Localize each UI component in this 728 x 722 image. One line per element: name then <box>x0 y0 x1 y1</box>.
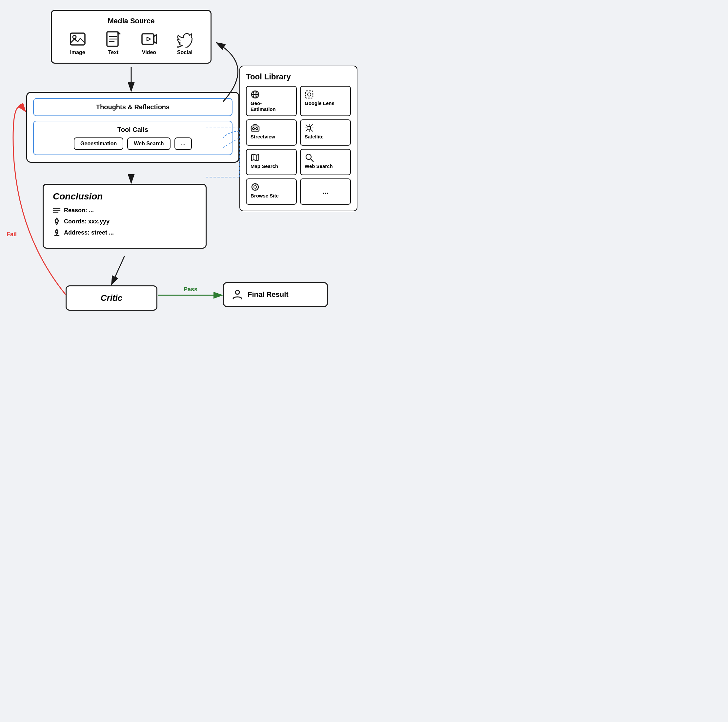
media-source-box: Media Source Image <box>51 10 211 64</box>
lines-icon <box>53 206 61 214</box>
social-label: Social <box>177 49 193 55</box>
mapsearch-icon <box>251 153 260 162</box>
svg-rect-0 <box>70 33 85 45</box>
mapsearch-label: Map Search <box>251 163 278 169</box>
fail-label: Fail <box>6 231 17 238</box>
tool-library-box: Tool Library Geo-Estimation <box>239 66 358 211</box>
lens-label: Google Lens <box>304 100 335 106</box>
svg-point-1 <box>73 35 76 39</box>
satellite-label: Satellite <box>304 134 324 140</box>
conclusion-title: Conclusion <box>53 191 196 202</box>
text-label: Text <box>108 49 119 55</box>
more-btn[interactable]: ... <box>174 138 192 150</box>
websearch-label: Web Search <box>304 163 333 169</box>
media-source-title: Media Source <box>60 17 203 25</box>
conclusion-box: Conclusion Reason: ... Coords: xxx,yyy A… <box>43 184 206 249</box>
streetview-icon <box>251 123 260 133</box>
thoughts-title: Thoughts & Reflections <box>96 103 170 110</box>
browse-icon <box>251 182 260 192</box>
conclusion-reason: Reason: ... <box>53 206 196 214</box>
thoughts-box: Thoughts & Reflections Tool Calls Geoest… <box>26 92 239 163</box>
conclusion-address: Address: street ... <box>53 228 196 236</box>
final-result-label: Final Result <box>248 290 289 299</box>
tool-lens[interactable]: Google Lens <box>300 86 351 116</box>
critic-box: Critic <box>66 285 158 311</box>
tool-mapsearch[interactable]: Map Search <box>246 149 297 175</box>
address-text: Address: street ... <box>64 229 114 236</box>
dots-label: ... <box>304 182 346 201</box>
media-icon-video: Video <box>141 31 158 55</box>
web-search-btn[interactable]: Web Search <box>127 138 170 150</box>
lens-icon <box>304 90 314 99</box>
svg-point-41 <box>254 185 257 188</box>
svg-point-24 <box>252 127 254 130</box>
tool-websearch[interactable]: Web Search <box>300 149 351 175</box>
svg-rect-17 <box>306 91 313 98</box>
svg-line-31 <box>310 129 312 131</box>
critic-title: Critic <box>76 293 147 303</box>
image-label: Image <box>70 49 85 55</box>
svg-line-51 <box>112 256 125 285</box>
svg-line-28 <box>306 125 308 127</box>
svg-rect-6 <box>142 34 154 44</box>
svg-line-30 <box>306 129 308 131</box>
geo-icon <box>251 90 260 99</box>
video-icon <box>141 31 158 48</box>
conclusion-coords: Coords: xxx,yyy <box>53 218 196 225</box>
address-icon <box>53 228 61 236</box>
media-icon-social: Social <box>176 31 193 55</box>
tool-calls-inner: Tool Calls Geoestimation Web Search ... <box>33 121 232 155</box>
image-icon <box>69 31 86 48</box>
satellite-icon <box>304 123 314 133</box>
svg-point-25 <box>256 127 258 130</box>
tool-calls-title: Tool Calls <box>40 126 225 133</box>
svg-line-39 <box>310 159 313 161</box>
geoestimation-btn[interactable]: Geoestimation <box>74 138 123 150</box>
social-icon <box>176 31 193 48</box>
media-icon-text: Text <box>105 31 122 55</box>
svg-rect-27 <box>308 127 310 129</box>
diagram: Media Source Image <box>0 0 364 361</box>
tool-geo[interactable]: Geo-Estimation <box>246 86 297 116</box>
person-icon <box>232 289 243 300</box>
coords-text: Coords: xxx,yyy <box>64 218 110 225</box>
tool-streetview[interactable]: Streetview <box>246 120 297 146</box>
text-icon <box>105 31 122 48</box>
coords-icon <box>53 218 61 225</box>
video-label: Video <box>142 49 156 55</box>
tool-grid: Geo-Estimation Google Lens <box>246 86 351 205</box>
thoughts-inner: Thoughts & Reflections <box>33 98 232 116</box>
geo-label: Geo-Estimation <box>251 100 276 112</box>
svg-line-29 <box>310 125 312 127</box>
tool-library-title: Tool Library <box>246 72 351 81</box>
tool-dots[interactable]: ... <box>300 178 351 205</box>
svg-point-12 <box>236 290 239 294</box>
media-icon-image: Image <box>69 31 86 55</box>
final-result-box: Final Result <box>223 282 328 307</box>
tool-browse[interactable]: Browse Site <box>246 178 297 205</box>
reason-text: Reason: ... <box>64 207 94 214</box>
browse-label: Browse Site <box>251 193 279 199</box>
tool-satellite[interactable]: Satellite <box>300 120 351 146</box>
tool-call-buttons: Geoestimation Web Search ... <box>40 138 225 150</box>
pass-label: Pass <box>184 286 197 293</box>
media-icons-row: Image Text <box>60 31 203 55</box>
websearch-icon <box>304 153 314 162</box>
streetview-label: Streetview <box>251 134 275 140</box>
